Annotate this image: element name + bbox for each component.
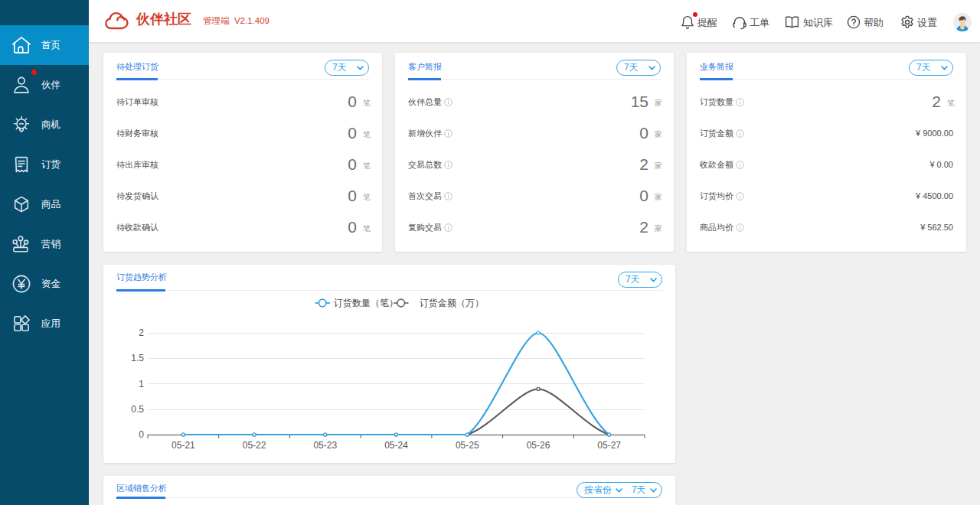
svg-text:订货金额（万）: 订货金额（万） [420,298,484,308]
svg-text:05-27: 05-27 [597,440,621,451]
svg-text:0.5: 0.5 [131,404,144,415]
svg-text:05-22: 05-22 [243,440,266,451]
svg-text:2: 2 [139,327,144,338]
svg-text:1.5: 1.5 [131,353,144,363]
svg-text:05-24: 05-24 [384,440,408,451]
svg-text:05-25: 05-25 [456,440,479,451]
svg-text:05-23: 05-23 [313,440,337,451]
svg-text:订货数量（笔）: 订货数量（笔） [334,298,398,308]
svg-text:0: 0 [139,429,144,440]
svg-text:1: 1 [139,379,144,389]
svg-text:05-21: 05-21 [172,440,195,451]
svg-text:05-26: 05-26 [527,440,550,451]
